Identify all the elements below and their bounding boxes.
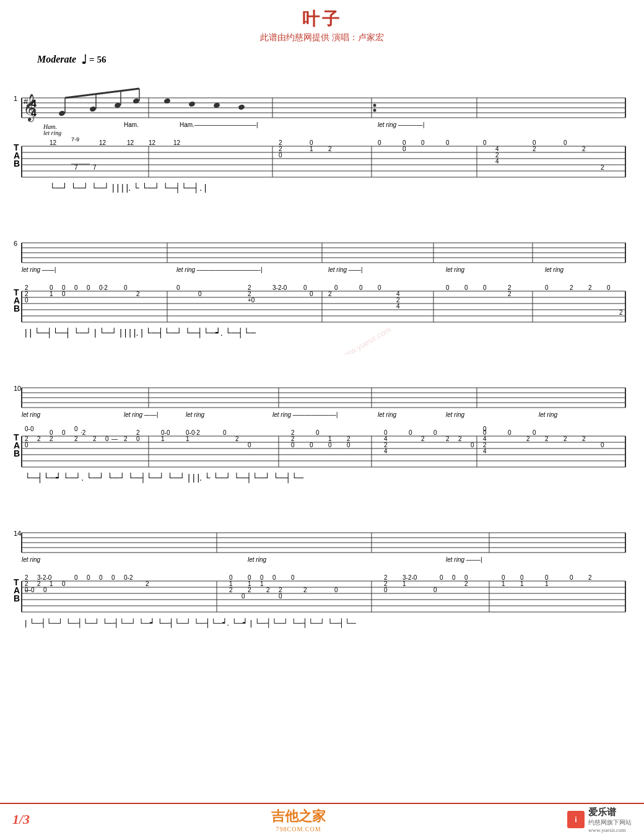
svg-text:2: 2 xyxy=(124,435,128,442)
svg-text:let ring: let ring xyxy=(539,411,557,418)
svg-text:0: 0 xyxy=(272,574,276,581)
svg-text:4: 4 xyxy=(483,448,487,455)
svg-text:0: 0 xyxy=(359,284,363,291)
svg-text:4: 4 xyxy=(396,303,400,310)
svg-text:—: — xyxy=(111,435,118,442)
svg-text:0: 0 xyxy=(446,284,450,291)
svg-text:2: 2 xyxy=(458,435,462,442)
svg-text:let ring: let ring xyxy=(248,556,266,563)
footer-brand-center: 吉他之家 798COM.COM xyxy=(271,807,326,833)
svg-text:let ring: let ring xyxy=(446,411,464,418)
svg-text:0: 0 xyxy=(43,587,47,593)
svg-text:2: 2 xyxy=(303,587,307,593)
svg-text:1: 1 xyxy=(545,580,549,587)
svg-text:B: B xyxy=(14,448,20,458)
song-subtitle: 此谱由约慈网提供 演唱：卢家宏 xyxy=(0,32,644,43)
svg-text:| └─┤└─┘ └─┤└─┘ └─┤└─┘ └─┙ └─┤: | └─┤└─┘ └─┤└─┘ └─┤└─┘ └─┙ └─┤└─┘ └─┤└─┙… xyxy=(25,618,356,628)
svg-text:0: 0 xyxy=(433,587,437,593)
svg-text:1: 1 xyxy=(50,291,53,297)
tempo-bpm: = 56 xyxy=(89,55,106,65)
svg-text:0: 0 xyxy=(303,284,307,291)
svg-text:0: 0 xyxy=(279,593,282,600)
note-icon: ♩ xyxy=(81,52,87,67)
svg-text:0: 0 xyxy=(74,284,78,291)
brand-icon: i xyxy=(567,811,585,828)
svg-text:0: 0 xyxy=(483,139,487,146)
svg-text:0: 0 xyxy=(248,442,251,448)
svg-text:B: B xyxy=(14,593,20,603)
score-section-4: 14 let ring let ring let ring ——-| T A B xyxy=(12,502,632,644)
svg-text:2: 2 xyxy=(446,435,450,442)
svg-text:1: 1 xyxy=(260,580,264,587)
svg-text:+0: +0 xyxy=(248,297,255,304)
svg-text:0: 0 xyxy=(223,429,227,436)
svg-text:0: 0 xyxy=(452,574,456,581)
svg-text:0: 0 xyxy=(99,574,103,581)
svg-text:1: 1 xyxy=(520,580,524,587)
svg-text:1: 1 xyxy=(310,146,313,152)
svg-text:2: 2 xyxy=(601,164,604,171)
svg-text:2: 2 xyxy=(582,146,586,152)
svg-text:0: 0 xyxy=(74,426,78,432)
svg-text:0: 0 xyxy=(87,574,90,581)
svg-text:0: 0 xyxy=(564,139,567,146)
score-page: 1 4 4 # # 𝄞 Ham. let ring xyxy=(0,67,644,644)
svg-text:2: 2 xyxy=(570,284,573,291)
svg-text:0: 0 xyxy=(533,429,536,436)
svg-point-28 xyxy=(238,104,245,110)
svg-text:2: 2 xyxy=(235,435,239,442)
svg-text:0-0: 0-0 xyxy=(25,426,34,432)
svg-text:0: 0 xyxy=(409,429,412,436)
score-section-3: 10 let ring let ring ——| let ring let ri… xyxy=(12,357,632,499)
svg-text:let ring: let ring xyxy=(378,411,396,418)
svg-text:2: 2 xyxy=(526,435,530,442)
svg-text:2: 2 xyxy=(619,309,623,316)
svg-text:| | └─┤└─┤ └─┘ | └─┘ | | | |. : | | └─┤└─┤ └─┘ | └─┘ | | | |. | └─┤└─┘ └… xyxy=(25,327,256,339)
svg-text:let ring: let ring xyxy=(545,266,564,273)
svg-text:2: 2 xyxy=(533,146,536,152)
svg-text:14: 14 xyxy=(14,530,21,537)
svg-text:0: 0 xyxy=(62,580,66,587)
svg-point-21 xyxy=(58,110,66,116)
svg-point-25 xyxy=(163,98,171,104)
svg-text:0: 0 xyxy=(334,284,338,291)
svg-text:0: 0 xyxy=(378,139,381,146)
svg-text:0: 0 xyxy=(136,435,140,442)
page-footer: 1/3 吉他之家 798COM.COM i 爱乐谱 约慈网旗下网站 www.yu… xyxy=(0,803,644,835)
svg-text:0: 0 xyxy=(433,429,437,436)
svg-text:7: 7 xyxy=(74,164,78,171)
tempo-label: Moderate xyxy=(37,54,76,65)
svg-text:0: 0 xyxy=(570,574,573,581)
svg-text:2: 2 xyxy=(328,146,332,152)
svg-text:let ring ——-|: let ring ——-| xyxy=(446,556,482,563)
svg-text:0: 0 xyxy=(421,139,425,146)
svg-text:0: 0 xyxy=(402,146,406,152)
footer-title: 吉他之家 xyxy=(271,807,326,826)
svg-text:7: 7 xyxy=(93,164,97,171)
svg-text:Ham.——————————|: Ham.——————————| xyxy=(180,121,258,128)
svg-text:let ring: let ring xyxy=(22,556,40,563)
svg-text:7-9: 7-9 xyxy=(71,136,79,142)
svg-text:let ring ———————|: let ring ———————| xyxy=(272,411,337,418)
tempo-marking: Moderate ♩ = 56 xyxy=(0,46,644,67)
page-number: 1/3 xyxy=(12,811,30,828)
svg-text:1: 1 xyxy=(402,580,406,587)
svg-text:0: 0 xyxy=(347,442,350,448)
svg-text:0: 0 xyxy=(25,442,28,448)
svg-text:let ring: let ring xyxy=(43,129,61,136)
svg-text:2: 2 xyxy=(582,435,586,442)
score-section-2: 6 let ring ——| let ring ——————————-| let… xyxy=(12,212,632,354)
svg-text:0: 0 xyxy=(279,152,282,159)
svg-text:2: 2 xyxy=(50,435,53,442)
svg-text:0·2: 0·2 xyxy=(99,284,108,291)
svg-text:0: 0 xyxy=(124,284,128,291)
svg-text:2: 2 xyxy=(136,291,140,297)
svg-point-26 xyxy=(188,101,196,107)
svg-text:0: 0 xyxy=(310,291,313,297)
svg-text:2: 2 xyxy=(464,580,468,587)
svg-text:0: 0 xyxy=(62,291,66,297)
svg-text:12: 12 xyxy=(149,139,156,146)
svg-text:0-2: 0-2 xyxy=(124,574,133,581)
svg-text:0: 0 xyxy=(87,284,90,291)
svg-text:1: 1 xyxy=(161,435,165,442)
